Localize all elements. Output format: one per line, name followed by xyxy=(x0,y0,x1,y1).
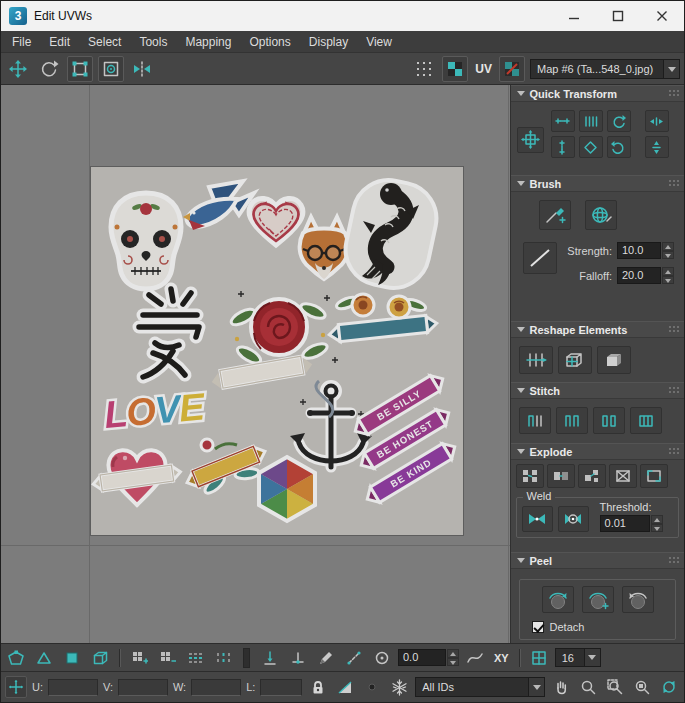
maximize-button[interactable] xyxy=(596,1,640,31)
move-tool-button[interactable] xyxy=(5,56,31,82)
falloff-curve-mode-button[interactable] xyxy=(463,646,487,670)
stitch-source-button[interactable] xyxy=(556,407,588,434)
grid-snap-button[interactable] xyxy=(527,646,551,670)
drag-grip-icon[interactable] xyxy=(668,386,681,395)
map-dropdown-arrow[interactable] xyxy=(663,60,679,78)
falloff-curve-button[interactable] xyxy=(523,242,557,274)
u-field[interactable] xyxy=(48,679,98,696)
menu-options[interactable]: Options xyxy=(240,31,299,53)
spinner-down-icon[interactable] xyxy=(447,658,459,667)
material-id-dropdown[interactable]: All IDs xyxy=(415,677,545,697)
point-to-point-seam-button[interactable] xyxy=(342,646,366,670)
edge-loop-button[interactable] xyxy=(183,646,207,670)
menu-edit[interactable]: Edit xyxy=(40,31,79,53)
straighten-button[interactable] xyxy=(519,346,553,374)
texture-checker-button[interactable] xyxy=(499,56,525,82)
rotate-ccw-button[interactable] xyxy=(607,110,631,132)
menu-file[interactable]: File xyxy=(3,31,40,53)
snap-grid-button[interactable] xyxy=(411,56,437,82)
space-horizontal-button[interactable] xyxy=(645,110,669,132)
quick-peel-button[interactable] xyxy=(542,586,574,613)
close-button[interactable] xyxy=(640,1,684,31)
falloff-value[interactable]: 20.0 xyxy=(617,267,661,284)
polygon-mode-button[interactable] xyxy=(60,646,84,670)
explode-to-polygon-button[interactable] xyxy=(609,464,637,488)
break-edges-button[interactable] xyxy=(547,464,575,488)
menu-select[interactable]: Select xyxy=(79,31,130,53)
angle-value[interactable]: 0.0 xyxy=(398,649,446,666)
edge-ring-button[interactable] xyxy=(211,646,235,670)
stitch-target-button[interactable] xyxy=(630,407,662,434)
transform-gizmo-button[interactable] xyxy=(517,127,544,153)
drag-grip-icon[interactable] xyxy=(668,89,681,98)
spinner-down-icon[interactable] xyxy=(662,251,674,260)
spinner-up-icon[interactable] xyxy=(447,649,459,658)
drag-grip-icon[interactable] xyxy=(668,325,681,334)
menu-tools[interactable]: Tools xyxy=(130,31,176,53)
rotate-tool-button[interactable] xyxy=(36,56,62,82)
spinner-up-icon[interactable] xyxy=(651,515,663,524)
w-field[interactable] xyxy=(191,679,241,696)
section-header-quick-transform[interactable]: Quick Transform xyxy=(511,85,684,102)
align-horizontal-button[interactable] xyxy=(551,110,575,132)
section-header-explode[interactable]: Explode xyxy=(511,443,684,460)
section-header-reshape[interactable]: Reshape Elements xyxy=(511,321,684,338)
show-map-toggle-button[interactable] xyxy=(442,56,468,82)
rectangularize-button[interactable] xyxy=(558,346,592,374)
angle-spinner[interactable]: 0.0 xyxy=(398,649,459,666)
drag-grip-icon[interactable] xyxy=(668,179,681,188)
threshold-spinner[interactable]: 0.01 xyxy=(600,515,663,532)
peel-mode-button[interactable] xyxy=(582,586,614,613)
section-header-peel[interactable]: Peel xyxy=(511,552,684,569)
break-vertices-button[interactable] xyxy=(516,464,544,488)
detach-checkbox[interactable] xyxy=(532,621,544,633)
v-field[interactable] xyxy=(118,679,168,696)
align-vertical-button[interactable] xyxy=(551,136,575,158)
align-to-edge-button[interactable] xyxy=(258,646,282,670)
menu-view[interactable]: View xyxy=(357,31,401,53)
strength-spinner[interactable]: 10.0 xyxy=(617,242,674,259)
l-field[interactable] xyxy=(260,679,302,696)
grid-size-arrow[interactable] xyxy=(584,649,600,666)
menu-display[interactable]: Display xyxy=(300,31,357,53)
vertex-mode-button[interactable] xyxy=(32,646,56,670)
space-vertical-button[interactable] xyxy=(645,136,669,158)
spinner-down-icon[interactable] xyxy=(651,524,663,533)
falloff-spinner[interactable]: 20.0 xyxy=(617,267,674,284)
align-perpendicular-button[interactable] xyxy=(286,646,310,670)
relax-brush-button[interactable] xyxy=(585,200,617,230)
absolute-typein-button[interactable] xyxy=(5,676,27,698)
stitch-average-button[interactable] xyxy=(593,407,625,434)
zoom-to-gizmo-button[interactable] xyxy=(658,676,680,698)
drag-grip-icon[interactable] xyxy=(668,556,681,565)
spinner-up-icon[interactable] xyxy=(662,267,674,276)
spinner-down-icon[interactable] xyxy=(662,276,674,285)
section-header-brush[interactable]: Brush xyxy=(511,175,684,192)
element-mode-button[interactable] xyxy=(88,646,112,670)
weight-display-button[interactable] xyxy=(334,676,356,698)
grow-selection-button[interactable] xyxy=(127,646,151,670)
pan-button[interactable] xyxy=(550,676,572,698)
mirror-tool-button[interactable] xyxy=(129,56,155,82)
soft-selection-button[interactable] xyxy=(370,646,394,670)
menu-mapping[interactable]: Mapping xyxy=(176,31,240,53)
explode-to-element-button[interactable] xyxy=(578,464,606,488)
edit-seams-button[interactable] xyxy=(314,646,338,670)
minimize-button[interactable] xyxy=(552,1,596,31)
drag-grip-icon[interactable] xyxy=(668,447,681,456)
shrink-selection-button[interactable] xyxy=(155,646,179,670)
pelt-map-button[interactable] xyxy=(622,586,654,613)
freeze-button[interactable] xyxy=(388,676,410,698)
rotate-cw-button[interactable] xyxy=(607,136,631,158)
threshold-value[interactable]: 0.01 xyxy=(600,515,650,532)
lock-selection-button[interactable] xyxy=(307,676,329,698)
freeform-mode-button[interactable] xyxy=(67,56,93,82)
explode-options-button[interactable] xyxy=(640,464,668,488)
grid-size-dropdown[interactable]: 16 xyxy=(555,648,601,667)
zoom-button[interactable] xyxy=(577,676,599,698)
planar-element-button[interactable] xyxy=(597,346,631,374)
stitch-custom-button[interactable] xyxy=(519,407,551,434)
uv-editor-viewport[interactable]: LOVE xyxy=(1,85,510,643)
align-diamond-button[interactable] xyxy=(579,136,603,158)
uv-transform-button[interactable] xyxy=(98,56,124,82)
